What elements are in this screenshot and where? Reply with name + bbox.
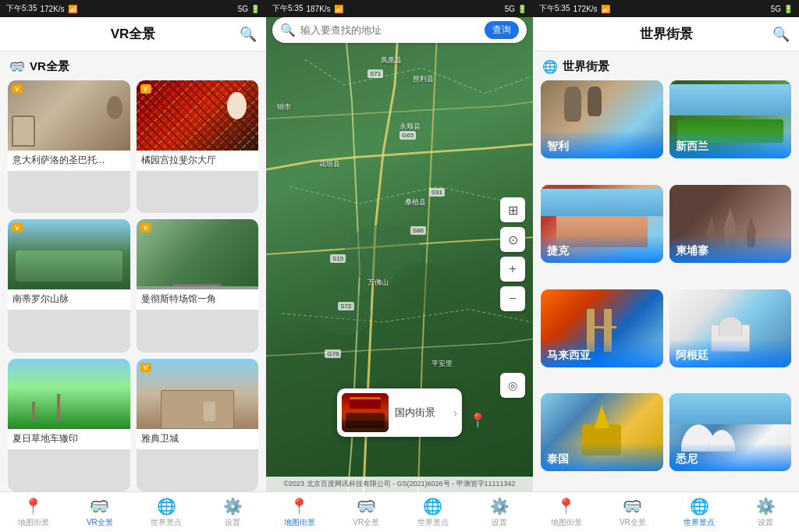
tab-middle-world[interactable]: 🌐 世界景点 <box>400 497 467 528</box>
tab-left-vr-label: VR全景 <box>87 517 113 528</box>
tab-left-settings[interactable]: ⚙️ 设置 <box>200 497 266 528</box>
signal-icon-left: 📶 <box>68 5 77 13</box>
map-label-fenghuang: 凤凰县 <box>381 55 402 66</box>
tab-middle-vr[interactable]: 🥽 VR全景 <box>333 497 400 528</box>
tab-left-world[interactable]: 🌐 世界景点 <box>133 497 200 528</box>
world-item-argentina[interactable]: 阿根廷 <box>669 289 792 367</box>
vr-item-2[interactable]: V 橘园宫拉斐尔大厅 <box>137 80 259 213</box>
map-zoom-out-button[interactable]: − <box>500 286 525 311</box>
world-tab-icon-middle: 🌐 <box>423 497 442 516</box>
vr-header: VR全景 🔍 <box>0 17 266 51</box>
map-zoom-in-button[interactable]: + <box>500 257 525 282</box>
world-item-czech[interactable]: 捷克 <box>541 185 663 263</box>
tab-left-map-label: 地图街景 <box>18 517 49 528</box>
tab-left-map[interactable]: 📍 地图街景 <box>0 497 66 528</box>
world-label-czech: 捷克 <box>541 235 663 263</box>
vr-badge-1: V <box>12 84 23 94</box>
popup-label: 国内街景 <box>395 406 447 420</box>
vr-grid: V 意大利萨洛的圣巴托... V 橘园宫拉斐尔大厅 V 南蒂罗尔山脉 <box>0 80 266 491</box>
map-label-pingan: 平安里 <box>431 359 453 369</box>
signal-icon-right: 📶 <box>601 5 610 13</box>
network-middle: 5G <box>505 5 515 13</box>
tab-middle-world-label: 世界景点 <box>417 517 449 528</box>
tab-right-world-label: 世界景点 <box>684 517 715 528</box>
world-label-cambodia: 柬埔寨 <box>669 235 792 263</box>
vr-search-button[interactable]: 🔍 <box>240 26 257 43</box>
battery-left: 🔋 <box>250 5 260 13</box>
settings-tab-icon-middle: ⚙️ <box>490 497 510 516</box>
world-item-sydney[interactable]: 悉尼 <box>669 393 792 471</box>
right-panel: 下午5:35 172K/s 📶 5G 🔋 世界街景 🔍 🌐 世界街景 智利 <box>533 0 799 532</box>
map-query-button[interactable]: 查询 <box>485 21 519 39</box>
status-right-left: 5G 🔋 <box>238 5 260 13</box>
tab-left-vr[interactable]: 🥽 VR全景 <box>66 497 133 528</box>
tab-middle-settings[interactable]: ⚙️ 设置 <box>467 497 534 528</box>
world-item-chile[interactable]: 智利 <box>541 80 663 158</box>
status-left: 下午5:35 172K/s 📶 <box>6 3 77 14</box>
speed-right: 172K/s <box>573 5 597 13</box>
tab-middle-map[interactable]: 📍 地图街景 <box>266 497 333 528</box>
vr-section-label: 🥽 VR全景 <box>0 51 266 80</box>
map-label-jingshi: 锦市 <box>277 102 291 112</box>
world-label-argentina: 阿根廷 <box>669 339 792 367</box>
svg-point-1 <box>391 263 453 314</box>
map-label-wanfoshan: 万佛山 <box>368 278 389 288</box>
world-section-text: 世界街景 <box>563 59 609 74</box>
vr-label-6: 雅典卫城 <box>137 429 259 449</box>
status-bar-right: 下午5:35 172K/s 📶 5G 🔋 <box>533 0 799 17</box>
tab-middle-map-label: 地图街景 <box>284 517 315 528</box>
world-item-cambodia[interactable]: 柬埔寨 <box>669 185 792 263</box>
popup-arrow-icon: › <box>453 406 457 419</box>
map-panel: 下午5:35 187K/s 📶 5G 🔋 🔍 查询 <box>266 0 533 532</box>
tab-right-world[interactable]: 🌐 世界景点 <box>666 497 733 528</box>
vr-section-icon: 🥽 <box>9 59 25 74</box>
world-item-thailand[interactable]: 泰国 <box>541 393 663 471</box>
tab-left-settings-label: 设置 <box>225 517 240 528</box>
map-layers-button[interactable]: ⊞ <box>500 197 525 222</box>
tab-left-world-label: 世界景点 <box>151 517 182 528</box>
battery-middle: 🔋 <box>517 5 527 13</box>
vr-item-6[interactable]: V 雅典卫城 <box>137 359 259 491</box>
battery-right: 🔋 <box>783 5 793 13</box>
world-header: 世界街景 🔍 <box>533 17 799 51</box>
vr-badge-3: V <box>12 223 23 232</box>
world-grid: 智利 新西兰 捷克 柬埔寨 <box>533 80 799 491</box>
vr-label-1: 意大利萨洛的圣巴托... <box>8 151 130 171</box>
map-compass-button[interactable]: ⊙ <box>500 227 525 252</box>
map-street-popup[interactable]: 国内街景 › <box>337 388 462 437</box>
tab-middle-vr-label: VR全景 <box>353 517 379 528</box>
time-left: 下午5:35 <box>6 3 37 14</box>
popup-thumbnail <box>342 393 389 432</box>
tab-right-vr[interactable]: 🥽 VR全景 <box>599 497 666 528</box>
world-search-button[interactable]: 🔍 <box>772 26 790 43</box>
vr-tab-icon-middle: 🥽 <box>357 497 376 516</box>
road-s72: S72 <box>338 302 353 310</box>
tab-right-map[interactable]: 📍 地图街景 <box>533 497 599 528</box>
time-right: 下午5:35 <box>539 3 570 14</box>
world-item-nz[interactable]: 新西兰 <box>669 80 792 158</box>
map-location-button[interactable]: ◎ <box>500 373 525 398</box>
signal-icon-middle: 📶 <box>334 5 343 13</box>
vr-badge-4: V <box>140 223 151 232</box>
vr-item-1[interactable]: V 意大利萨洛的圣巴托... <box>8 80 130 213</box>
map-search-input[interactable] <box>300 24 480 36</box>
vr-section-text: VR全景 <box>30 59 69 74</box>
vr-item-5[interactable]: 夏日草地车辙印 <box>8 359 130 491</box>
map-label-cili: 慈利县 <box>413 74 434 84</box>
world-label-malaysia: 马来西亚 <box>541 339 663 367</box>
tab-middle-settings-label: 设置 <box>492 517 507 528</box>
vr-icon: 🥽 <box>90 497 109 516</box>
vr-item-4[interactable]: V 曼彻斯特场馆一角 <box>137 219 259 352</box>
map-search-bar[interactable]: 🔍 查询 <box>272 17 527 43</box>
map-label-sangzhi: 桑植县 <box>405 197 426 207</box>
world-section-label: 🌐 世界街景 <box>533 51 799 80</box>
tab-right-vr-label: VR全景 <box>620 517 646 528</box>
map-body[interactable]: 凤凰县 锦市 花垣县 万佛山 平安里 慈利县 永顺县 桑植县 S71 G65 S… <box>266 17 533 491</box>
tab-right-settings-label: 设置 <box>758 517 773 528</box>
world-item-malaysia[interactable]: 马来西亚 <box>541 289 663 367</box>
tab-right-settings[interactable]: ⚙️ 设置 <box>733 497 799 528</box>
world-label-chile: 智利 <box>541 130 663 158</box>
road-g65: G65 <box>400 131 416 140</box>
vr-item-3[interactable]: V 南蒂罗尔山脉 <box>8 219 130 352</box>
left-tab-bar: 📍 地图街景 🥽 VR全景 🌐 世界景点 ⚙️ 设置 <box>0 491 266 532</box>
